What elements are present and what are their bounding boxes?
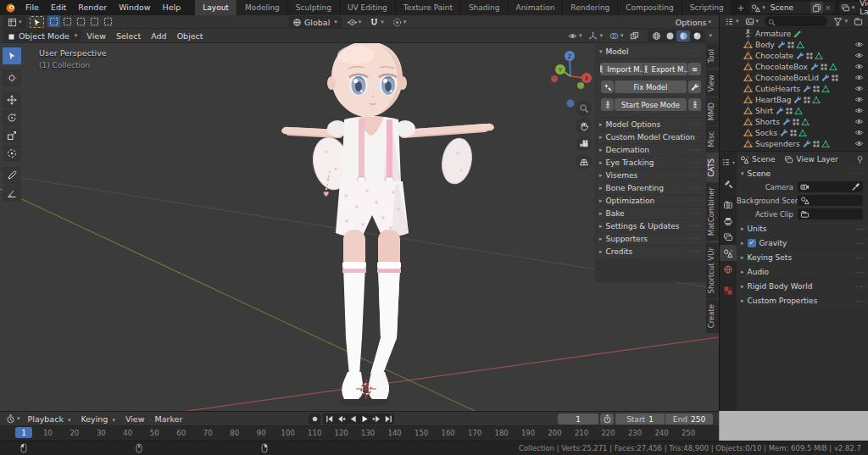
menu-render[interactable]: Render: [72, 3, 113, 12]
shading-material-preview-button[interactable]: [676, 31, 690, 42]
tool-move-button[interactable]: [3, 92, 21, 108]
hide-in-viewport-toggle[interactable]: [854, 51, 864, 60]
cats-section-eye-tracking[interactable]: ▸Eye Tracking····: [596, 157, 705, 169]
pose-mode-alt-button[interactable]: [688, 98, 701, 111]
previous-keyframe-button[interactable]: [335, 413, 347, 424]
cats-section-model-options[interactable]: ▸Model Options····: [596, 119, 705, 130]
gizmos-toggle[interactable]: ▾: [586, 30, 605, 42]
properties-tab-render[interactable]: [720, 197, 737, 213]
camera-view-button[interactable]: [576, 136, 592, 152]
mode-dropdown[interactable]: Object Mode▾: [3, 30, 81, 42]
outliner-item-body[interactable]: Body: [720, 39, 868, 50]
outliner-item-heartbag[interactable]: HeartBag: [720, 94, 868, 105]
outliner-filter-id-dropdown[interactable]: ▾: [743, 15, 762, 27]
cats-section-bone-parenting[interactable]: ▸Bone Parenting····: [596, 182, 705, 194]
gizmo-z-neg[interactable]: [567, 100, 575, 108]
timeline-menu-playback[interactable]: Playback ▾: [23, 414, 76, 424]
jump-to-end-button[interactable]: [382, 413, 394, 424]
hide-in-viewport-toggle[interactable]: [854, 106, 864, 115]
cats-model-panel-header[interactable]: ▾ Model ····: [596, 45, 705, 58]
select-mode-button-1[interactable]: [61, 15, 74, 27]
outliner-item-armature[interactable]: Armature: [720, 28, 868, 39]
menu-edit[interactable]: Edit: [45, 3, 72, 12]
blender-logo-icon[interactable]: [5, 3, 16, 14]
fix-model-button[interactable]: Fix Model: [615, 80, 687, 93]
editor-type-button[interactable]: ▾: [3, 16, 26, 28]
viewport-menu-select[interactable]: Select: [111, 31, 146, 41]
tool-rotate-button[interactable]: [3, 109, 21, 126]
cats-section-visemes[interactable]: ▸Visemes····: [596, 169, 705, 181]
sidebar-tab-tool[interactable]: Tool: [706, 44, 719, 69]
workspace-tab-compositing[interactable]: Compositing: [618, 0, 682, 15]
gravity-checkbox[interactable]: ✓: [748, 239, 756, 247]
current-frame-field[interactable]: 1: [558, 413, 598, 424]
viewport-menu-view[interactable]: View: [81, 31, 111, 41]
cats-section-settings-updates[interactable]: ▸Settings & Updates····: [596, 220, 705, 232]
sidebar-tab-mmd[interactable]: MMD: [706, 97, 719, 125]
properties-tab-texture[interactable]: [720, 282, 737, 298]
menu-file[interactable]: File: [19, 3, 45, 12]
frame-start-field[interactable]: Start1: [615, 413, 665, 424]
viewport-menu-object[interactable]: Object: [172, 31, 209, 41]
cats-section-supporters[interactable]: ▸Supporters····: [596, 233, 705, 245]
shading-solid-button[interactable]: [663, 31, 676, 42]
sidebar-tab-view[interactable]: View: [706, 69, 719, 97]
gizmo-x-neg[interactable]: [551, 75, 558, 82]
tool-transform-button[interactable]: [3, 145, 21, 162]
sidebar-tab-create[interactable]: Create: [706, 299, 719, 333]
active-tool-indicator[interactable]: [30, 16, 44, 28]
new-collection-button[interactable]: [851, 15, 865, 27]
fix-model-settings-button[interactable]: [688, 80, 701, 93]
tool-measure-button[interactable]: [3, 185, 21, 202]
hide-in-viewport-toggle[interactable]: [854, 84, 864, 93]
panel-gravity[interactable]: ▸✓Gravity––: [737, 236, 868, 249]
outliner-display-mode-dropdown[interactable]: ▾: [722, 15, 742, 27]
workspace-tab-scripting[interactable]: Scripting: [682, 0, 732, 15]
hide-in-viewport-toggle[interactable]: [854, 95, 864, 104]
pin-icon[interactable]: [855, 155, 865, 164]
timeline-menu-keying[interactable]: Keying ▾: [75, 414, 120, 424]
outliner-item-suspenders[interactable]: Suspenders: [720, 138, 868, 149]
outliner-item-cutiehearts[interactable]: CutieHearts: [720, 83, 868, 94]
overlays-toggle[interactable]: ▾: [607, 30, 626, 42]
viewport-3d[interactable]: ▾ Global▾ ▾ ▾ ▾ Options▾ Object Mode▾ Vi…: [0, 15, 719, 411]
properties-tab-world[interactable]: [720, 261, 737, 277]
workspace-tab-sculpting[interactable]: Sculpting: [288, 0, 340, 15]
cats-section-optimization[interactable]: ▸Optimization····: [596, 195, 705, 207]
play-button[interactable]: [359, 413, 370, 424]
zoom-button[interactable]: [576, 100, 592, 116]
select-mode-button-2[interactable]: [75, 15, 87, 27]
hide-in-viewport-toggle[interactable]: [854, 40, 864, 49]
hide-in-viewport-toggle[interactable]: [854, 73, 864, 82]
use-preview-range-button[interactable]: [600, 413, 614, 424]
properties-tab-tool[interactable]: [720, 175, 737, 191]
active-clip-input[interactable]: [798, 208, 863, 219]
menu-help[interactable]: Help: [157, 3, 187, 12]
panel-custom-properties[interactable]: ▸Custom Properties––: [737, 294, 868, 307]
properties-editor-type-button[interactable]: ▾: [720, 154, 737, 170]
sidebar-tab-misc[interactable]: Misc: [706, 126, 719, 153]
select-mode-button-4[interactable]: [102, 15, 114, 27]
properties-tab-view-layer[interactable]: [720, 229, 737, 245]
tool-scale-button[interactable]: [3, 127, 21, 144]
workspace-tab-shading[interactable]: Shading: [461, 0, 509, 15]
workspace-tab-modeling[interactable]: Modeling: [237, 0, 288, 15]
tool-annotate-button[interactable]: [3, 167, 21, 184]
outliner-search-input[interactable]: [765, 16, 827, 26]
tool-select-box-button[interactable]: [3, 47, 21, 64]
sidebar-tab-matcombiner[interactable]: MatCombiner: [706, 182, 719, 241]
unlink-scene-button[interactable]: ×: [823, 3, 833, 12]
hide-in-viewport-toggle[interactable]: [854, 117, 864, 126]
pan-button[interactable]: [576, 118, 592, 134]
proportional-edit-toggle[interactable]: ▾: [390, 16, 409, 28]
next-keyframe-button[interactable]: [370, 413, 382, 424]
cats-section-credits[interactable]: ▸Credits····: [596, 246, 705, 258]
outliner-item-socks[interactable]: Socks: [720, 127, 868, 138]
select-mode-button-0[interactable]: [47, 15, 60, 27]
panel-rigid-body-world[interactable]: ▸Rigid Body World––: [737, 280, 868, 292]
workspace-tab-animation[interactable]: Animation: [508, 0, 563, 15]
timeline-ruler[interactable]: 1 10203040506070809010011012013014015016…: [0, 426, 719, 441]
select-mode-button-3[interactable]: [88, 15, 101, 27]
workspace-tab-uv-editing[interactable]: UV Editing: [340, 0, 396, 15]
xray-toggle[interactable]: [627, 30, 642, 42]
